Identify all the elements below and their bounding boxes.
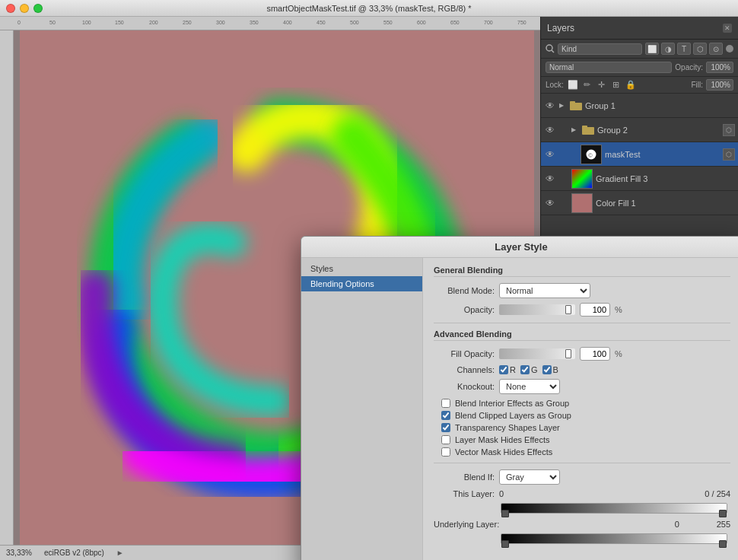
vector-mask-hides-label: Vector Mask Hides Effects: [455, 447, 552, 457]
lock-all-icon[interactable]: 🔒: [625, 80, 637, 91]
svg-text:100: 100: [82, 20, 91, 25]
lock-label: Lock:: [546, 81, 564, 89]
visibility-toggle-gradient3[interactable]: 👁: [544, 173, 556, 185]
vector-mask-hides-checkbox[interactable]: [441, 447, 450, 457]
channels-row: Channels: R G B: [434, 365, 730, 374]
visibility-toggle-colorfill1[interactable]: 👁: [544, 197, 556, 209]
knockout-select[interactable]: None: [499, 379, 560, 394]
blend-if-label: Blend If:: [434, 473, 495, 482]
this-layer-min: 0: [499, 489, 504, 498]
channel-g-label[interactable]: G: [520, 365, 538, 374]
channel-b-checkbox[interactable]: [542, 365, 552, 374]
divider1: [434, 323, 730, 323]
lock-artboard-icon[interactable]: ⊞: [610, 80, 622, 91]
lock-image-icon[interactable]: ✏: [581, 80, 593, 91]
blend-mode-select[interactable]: Normal: [499, 283, 590, 298]
layer-name-masktest: maskTest: [605, 150, 720, 159]
svg-text:500: 500: [350, 20, 359, 25]
channel-r-text: R: [510, 365, 516, 374]
minimize-button[interactable]: [20, 4, 29, 13]
layers-search-row: Kind ⬜ ◑ T ⬡ ⊙: [541, 40, 738, 59]
expand-icon-group1[interactable]: ▶: [559, 102, 567, 109]
fill-opacity-slider[interactable]: [499, 348, 575, 359]
underlying-layer-gradient: [501, 534, 727, 543]
layer-item-group1[interactable]: 👁 ▶ Group 1: [541, 94, 738, 118]
filter-shape-icon[interactable]: ⬡: [693, 43, 707, 55]
channel-r-label[interactable]: R: [499, 365, 516, 374]
layer-item-gradient3[interactable]: 👁 Gradient Fill 3: [541, 167, 738, 191]
sidebar-item-blending-options[interactable]: Blending Options: [301, 276, 422, 291]
dialog-body: Styles Blending Options General Blending…: [301, 258, 738, 560]
opacity-number-input[interactable]: [580, 303, 610, 317]
expand-icon-group2[interactable]: ▶: [571, 126, 579, 133]
blend-if-select[interactable]: Gray: [499, 469, 560, 485]
visibility-toggle-group1[interactable]: 👁: [544, 100, 556, 112]
layers-panel-header: Layers ✕: [541, 17, 738, 40]
opacity-slider-thumb: [565, 305, 571, 314]
zoom-level: 33,33%: [6, 549, 32, 557]
maximize-button[interactable]: [33, 4, 43, 13]
svg-text:750: 750: [517, 20, 526, 25]
status-arrow[interactable]: ►: [116, 549, 124, 557]
layer-style-dialog: Layer Style Styles Blending Options Gene…: [301, 236, 738, 560]
layer-name-group2: Group 2: [597, 126, 720, 135]
folder-icon-group1: [570, 100, 582, 111]
filter-toggle[interactable]: [726, 45, 733, 52]
close-button[interactable]: [6, 4, 15, 13]
fill-input[interactable]: [706, 79, 733, 91]
fill-opacity-input[interactable]: [580, 347, 610, 361]
filter-kind-dropdown[interactable]: Kind: [558, 43, 642, 55]
this-layer-left-handle[interactable]: [501, 510, 509, 517]
this-layer-right-handle[interactable]: [719, 510, 727, 517]
svg-text:0: 0: [17, 20, 21, 25]
visibility-toggle-masktest[interactable]: 👁: [544, 148, 556, 161]
transparency-shapes-label: Transparency Shapes Layer: [455, 423, 560, 432]
layer-item-group2[interactable]: 👁 ▶ Group 2 ⬡: [541, 118, 738, 142]
blend-mode-dropdown[interactable]: Normal: [546, 62, 672, 73]
channel-g-checkbox[interactable]: [520, 365, 530, 374]
advanced-blending-header: Advanced Blending: [434, 329, 730, 341]
layers-lock-row: Lock: ⬜ ✏ ✛ ⊞ 🔒 Fill:: [541, 77, 738, 94]
channel-r-checkbox[interactable]: [499, 365, 508, 374]
blend-clipped-row: Blend Clipped Layers as Group: [434, 411, 730, 420]
layer-item-colorfill1[interactable]: 👁 Color Fill 1: [541, 191, 738, 215]
layer-item-masktest[interactable]: 👁 © maskTest ⬡: [541, 142, 738, 167]
general-blending-header: General Blending: [434, 266, 730, 277]
layers-blend-row: Normal Opacity:: [541, 59, 738, 77]
layer-thumb-colorfill1: [571, 193, 593, 213]
svg-point-17: [546, 45, 552, 51]
svg-text:300: 300: [216, 20, 225, 25]
visibility-toggle-group2[interactable]: 👁: [544, 124, 556, 136]
this-layer-section: This Layer: 0 0 / 254: [434, 489, 730, 514]
lock-transparent-icon[interactable]: ⬜: [567, 80, 579, 91]
channel-b-label[interactable]: B: [542, 365, 558, 374]
blend-interior-checkbox[interactable]: [441, 399, 450, 408]
filter-type-icon[interactable]: T: [677, 43, 691, 55]
ruler-left: [0, 30, 14, 560]
underlying-layer-right-handle[interactable]: [719, 540, 727, 548]
svg-rect-20: [570, 101, 575, 104]
svg-text:150: 150: [115, 20, 124, 25]
underlying-layer-slider-container[interactable]: [501, 533, 727, 544]
panel-close-button[interactable]: ✕: [723, 24, 732, 33]
this-layer-gradient-bar[interactable]: [501, 503, 727, 514]
underlying-layer-left-handle[interactable]: [501, 540, 509, 548]
knockout-label: Knockout:: [434, 382, 495, 391]
traffic-lights: [6, 4, 43, 13]
channel-b-text: B: [553, 365, 558, 374]
underlying-layer-gradient-bar[interactable]: [501, 533, 727, 544]
opacity-input[interactable]: [706, 62, 733, 73]
channel-g-text: G: [531, 365, 538, 374]
sidebar-item-styles[interactable]: Styles: [301, 261, 422, 276]
blend-clipped-checkbox[interactable]: [441, 411, 450, 420]
layer-mask-hides-checkbox[interactable]: [441, 435, 450, 444]
this-layer-slider-container[interactable]: [501, 503, 727, 514]
lock-position-icon[interactable]: ✛: [596, 80, 608, 91]
opacity-slider[interactable]: [499, 304, 575, 315]
filter-adjustment-icon[interactable]: ◑: [661, 43, 675, 55]
transparency-shapes-checkbox[interactable]: [441, 423, 450, 432]
filter-smart-icon[interactable]: ⊙: [709, 43, 723, 55]
fill-opacity-unit: %: [615, 349, 622, 358]
svg-text:50: 50: [49, 20, 56, 25]
filter-pixel-icon[interactable]: ⬜: [645, 43, 659, 55]
